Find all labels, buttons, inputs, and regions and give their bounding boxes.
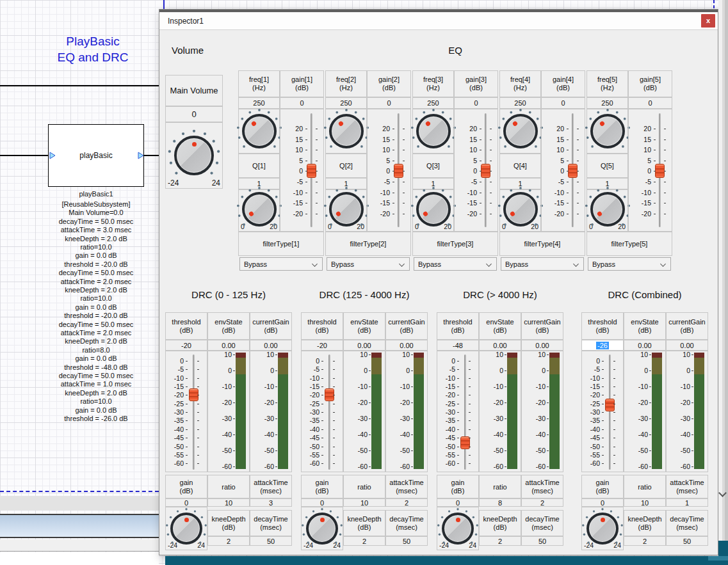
q-knob[interactable] [416,192,451,227]
window-titlebar[interactable]: Inspector1 x [159,12,718,30]
gain-slider: 20151050-5-10-15-20 [280,109,324,232]
q-knob[interactable] [503,192,538,227]
knob-pointer [500,189,540,229]
knob-pointer [589,515,616,542]
freq-header-cell: freq[4] (Hz) [499,70,541,97]
ratio-value[interactable]: 10 [624,498,666,507]
filter-type-value: Bypass [592,260,615,268]
filter-type-dropdown[interactable]: Bypass [239,257,323,271]
threshold-value-field[interactable]: -20 [301,340,343,351]
decaytime-value[interactable]: 50 [250,536,292,546]
gain-slider-handle[interactable] [655,164,665,178]
gain-value[interactable]: 0 [437,498,479,507]
slider-groove [609,354,611,470]
q-knob[interactable] [242,192,277,227]
kneedepth-value[interactable]: 2 [343,536,385,546]
freq-knob[interactable] [329,114,364,148]
gain-value[interactable]: 0 [165,498,207,507]
ratio-value[interactable]: 8 [479,498,521,507]
q-value[interactable]: 1 [412,178,454,189]
knob-pointer [239,111,280,152]
decaytime-value[interactable]: 50 [666,536,708,546]
filter-type-dropdown[interactable]: Bypass [588,257,671,271]
gain-knob[interactable] [442,513,474,545]
threshold-slider: 0-5-10-15-20-25-30-35-40-45-50-55-60 [581,351,624,472]
threshold-header: threshold(dB) [437,312,479,340]
level-meter-bar [652,353,662,469]
freq-value[interactable]: 250 [499,97,541,109]
freq-header-cell: freq[3] (Hz) [412,70,454,97]
gain-value[interactable]: 0 [301,498,343,507]
freq-knob[interactable] [242,114,277,148]
q-value[interactable]: 1 [586,178,628,189]
freq-knob[interactable] [503,114,538,148]
gain-knob[interactable] [586,513,619,545]
threshold-value-field[interactable]: -20 [165,340,207,351]
q-knob[interactable] [590,192,625,227]
knob-body [503,192,538,227]
knob-body [329,192,364,227]
gain-slider-handle[interactable] [568,164,578,178]
attacktime-value[interactable]: 2 [385,498,428,507]
threshold-slider: 0-5-10-15-20-25-30-35-40-45-50-55-60 [165,351,207,472]
envstate-header: envState(dB) [624,312,666,340]
freq-knob[interactable] [416,114,451,148]
eq-channel-2: freq[3] (Hz) 250 Q[3] 1 0 20 [412,70,498,272]
freq-value[interactable]: 250 [586,97,628,109]
knob-body [590,192,625,227]
knob-body [416,114,451,148]
gain-slider-handle[interactable] [394,164,403,178]
kneedepth-value[interactable]: 2 [207,536,250,546]
diagram-title: PlayBasic EQ and DRC [26,33,160,65]
gain-value[interactable]: 0 [280,97,324,109]
eq-channel-4: freq[5] (Hz) 250 Q[5] 1 0 20 [586,70,672,272]
gain-slider-handle[interactable] [307,164,316,178]
ratio-header: ratio [624,475,666,498]
gain-knob[interactable] [170,513,202,545]
gain-header-cell: gain[3] (dB) [454,70,498,97]
filter-type-dropdown[interactable]: Bypass [327,257,410,271]
gain-value[interactable]: 0 [367,97,411,109]
q-value[interactable]: 1 [238,178,280,189]
freq-value[interactable]: 250 [325,97,367,109]
currentgain-meter: 100-10-20-30-40-50-60 [250,351,292,472]
decaytime-value[interactable]: 50 [385,536,428,546]
threshold-value-field[interactable]: -48 [437,340,479,351]
gain-value[interactable]: 0 [541,97,585,109]
envstate-header: envState(dB) [343,312,385,340]
chevron-down-icon [573,261,579,267]
kneedepth-value[interactable]: 2 [624,536,666,546]
gain-value[interactable]: 0 [581,498,624,507]
q-value[interactable]: 1 [325,178,367,189]
attacktime-value[interactable]: 1 [666,498,708,507]
filter-type-dropdown[interactable]: Bypass [414,257,497,271]
ratio-value[interactable]: 10 [207,498,250,507]
freq-knob[interactable] [590,114,625,148]
gain-header: gain(dB) [437,475,479,498]
knob-pointer [326,189,366,229]
kneedepth-value[interactable]: 2 [479,536,521,546]
freq-value[interactable]: 250 [412,97,454,109]
freq-value[interactable]: 250 [238,97,280,109]
filter-type-dropdown[interactable]: Bypass [501,257,584,271]
gain-knob[interactable] [306,513,338,545]
gain-unit: (dB) [465,84,487,92]
threshold-value-field[interactable]: -26 [581,340,624,351]
ratio-value[interactable]: 10 [343,498,385,507]
q-value[interactable]: 1 [499,178,541,189]
kneedepth-header: kneeDepth(dB) [479,510,521,536]
decaytime-value[interactable]: 50 [521,536,563,546]
q-knob[interactable] [329,192,364,227]
level-meter-bar [414,353,424,469]
threshold-slider-handle[interactable] [605,399,615,411]
close-button[interactable]: x [701,14,715,28]
gain-unit: (dB) [640,84,661,92]
eq-channel-1: freq[2] (Hz) 250 Q[2] 1 0 20 [325,70,411,272]
attacktime-value[interactable]: 2 [521,498,563,507]
gain-value[interactable]: 0 [454,97,498,109]
attacktime-value[interactable]: 3 [250,498,292,507]
filter-type-label: filterType[1] [238,232,324,256]
threshold-header: threshold(dB) [165,312,207,340]
gain-value[interactable]: 0 [628,97,672,109]
gain-slider-handle[interactable] [481,164,490,178]
